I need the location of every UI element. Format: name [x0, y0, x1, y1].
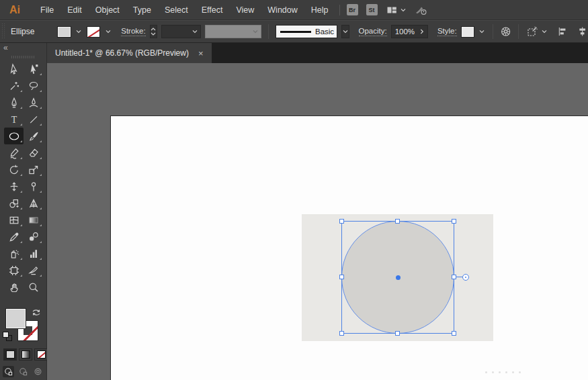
- stroke-color-dropdown[interactable]: [104, 26, 112, 38]
- resize-handle-top-center[interactable]: [395, 219, 400, 224]
- tool-shape-builder[interactable]: [4, 195, 24, 211]
- tab-close-icon[interactable]: ×: [198, 49, 204, 58]
- bridge-button[interactable]: Br: [347, 4, 358, 15]
- tool-perspective-grid[interactable]: [24, 195, 43, 211]
- draw-behind-button[interactable]: [17, 366, 29, 377]
- scale-icon: [28, 164, 40, 176]
- swap-fill-stroke-icon[interactable]: [31, 308, 42, 318]
- fill-color-swatch[interactable]: [57, 26, 71, 38]
- gradient-button[interactable]: [19, 348, 32, 361]
- tool-eyedropper[interactable]: [4, 228, 24, 245]
- menu-view[interactable]: View: [229, 0, 261, 20]
- chevron-down-icon: [76, 30, 81, 34]
- none-button[interactable]: [34, 348, 48, 361]
- menu-window[interactable]: Window: [261, 0, 304, 20]
- pasteboard[interactable]: [47, 63, 588, 380]
- menu-select[interactable]: Select: [158, 0, 195, 20]
- pie-angle-widget[interactable]: [462, 274, 469, 281]
- tool-ellipse[interactable]: [4, 128, 24, 144]
- stroke-width-stepper[interactable]: [150, 25, 158, 38]
- shape-builder-icon: [8, 197, 20, 209]
- resize-handle-middle-left[interactable]: [339, 275, 344, 279]
- tool-type[interactable]: T: [4, 111, 24, 128]
- tool-magic-wand[interactable]: [4, 77, 24, 94]
- brush-stroke-preview: [280, 31, 311, 33]
- stroke-color-swatch[interactable]: [87, 26, 100, 38]
- tool-symbol-sprayer[interactable]: [4, 245, 24, 262]
- menu-object[interactable]: Object: [89, 0, 126, 20]
- svg-text:T: T: [11, 114, 17, 124]
- tool-direct-selection[interactable]: [24, 60, 43, 77]
- tool-rotate[interactable]: [4, 161, 24, 178]
- magic-wand-icon: [8, 80, 20, 92]
- panel-grip[interactable]: [11, 56, 36, 58]
- opacity-panel-link[interactable]: Opacity:: [359, 27, 387, 36]
- stroke-width-dropdown[interactable]: [161, 25, 200, 38]
- draw-inside-icon: [34, 367, 42, 376]
- fill-color-dropdown[interactable]: [75, 26, 83, 38]
- tool-blend[interactable]: [24, 228, 43, 245]
- tool-eraser[interactable]: [24, 144, 43, 161]
- tool-lasso[interactable]: [24, 77, 43, 94]
- tool-paintbrush[interactable]: [24, 128, 43, 144]
- color-button[interactable]: [3, 348, 17, 361]
- line-segment-icon: [28, 113, 40, 126]
- control-bar: Ellipse Stroke: Basic Opacity: 100% Styl…: [0, 20, 588, 43]
- touch-workspace-icon[interactable]: [414, 4, 427, 16]
- resize-handle-bottom-center[interactable]: [395, 331, 400, 336]
- tool-puppet-warp[interactable]: [24, 178, 43, 195]
- tool-curvature[interactable]: [24, 94, 43, 111]
- document-tab[interactable]: Untitled-1* @ 66.67% (RGB/Preview) ×: [47, 43, 212, 63]
- collapse-panel-button[interactable]: «: [3, 43, 7, 52]
- default-fill-stroke-icon[interactable]: [3, 332, 12, 341]
- graphic-style-dropdown[interactable]: [478, 26, 486, 38]
- tool-selection[interactable]: [4, 60, 24, 77]
- selection-arrow-icon: [8, 63, 20, 75]
- recolor-artwork-icon[interactable]: [500, 25, 511, 38]
- tool-artboard[interactable]: [4, 262, 24, 279]
- tool-width[interactable]: [4, 178, 24, 195]
- tool-column-graph[interactable]: [24, 245, 43, 262]
- menu-edit[interactable]: Edit: [60, 0, 89, 20]
- stroke-panel-link[interactable]: Stroke:: [121, 27, 145, 36]
- workspace-switcher[interactable]: [386, 4, 406, 16]
- panel-grip[interactable]: [1, 23, 5, 40]
- tool-pen[interactable]: [4, 94, 24, 111]
- rotate-icon: [8, 164, 20, 176]
- fill-proxy-swatch[interactable]: [6, 309, 26, 328]
- tool-scale[interactable]: [24, 161, 43, 178]
- tool-zoom[interactable]: [24, 279, 43, 295]
- draw-mode-buttons: [3, 366, 44, 377]
- tool-shaper[interactable]: [4, 144, 24, 161]
- tool-mesh[interactable]: [4, 211, 24, 228]
- resize-handle-bottom-left[interactable]: [339, 331, 344, 336]
- brush-definition-dropdown[interactable]: [341, 25, 349, 38]
- tool-slice[interactable]: [24, 262, 43, 279]
- tool-line-segment[interactable]: [24, 111, 43, 128]
- divider: [268, 24, 269, 39]
- style-panel-link[interactable]: Style:: [437, 27, 457, 36]
- select-similar-options[interactable]: [526, 25, 547, 38]
- artboard[interactable]: [110, 115, 588, 380]
- graphic-style-swatch[interactable]: [461, 26, 474, 38]
- stock-button[interactable]: St: [366, 4, 378, 15]
- menu-effect[interactable]: Effect: [195, 0, 230, 20]
- draw-normal-button[interactable]: [3, 366, 14, 377]
- hand-icon: [8, 281, 20, 293]
- resize-handle-top-right[interactable]: [452, 219, 456, 224]
- paintbrush-icon: [28, 130, 40, 142]
- horizontal-align-center-icon[interactable]: [577, 25, 588, 38]
- draw-inside-button[interactable]: [32, 366, 44, 377]
- opacity-field[interactable]: 100%: [391, 25, 428, 38]
- shape-center-point[interactable]: [396, 275, 401, 280]
- resize-handle-bottom-right[interactable]: [452, 331, 456, 336]
- resize-handle-top-left[interactable]: [339, 219, 344, 224]
- menu-type[interactable]: Type: [126, 0, 158, 20]
- brush-definition[interactable]: Basic: [276, 25, 337, 38]
- menu-help[interactable]: Help: [304, 0, 335, 20]
- horizontal-align-left-icon[interactable]: [556, 25, 568, 38]
- menu-file[interactable]: File: [34, 0, 60, 20]
- tool-gradient[interactable]: [24, 211, 43, 228]
- puppet-warp-pin-icon: [28, 181, 40, 193]
- tool-hand[interactable]: [4, 279, 24, 295]
